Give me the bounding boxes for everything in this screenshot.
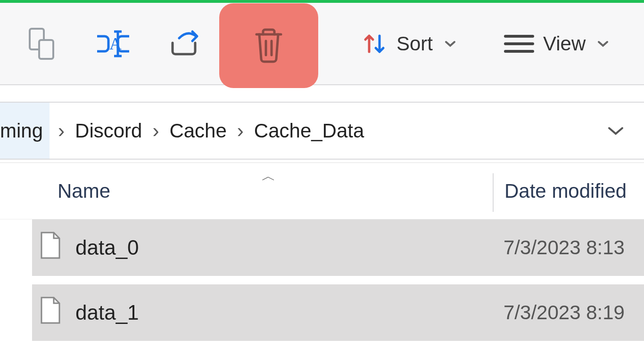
rename-button[interactable]: A [78,2,149,85]
chevron-down-icon [444,40,456,48]
view-label: View [543,32,586,55]
share-button[interactable] [149,2,219,85]
paste-button[interactable] [7,2,78,85]
svg-text:A: A [109,34,122,53]
sort-ascending-icon: ︿ [262,167,276,186]
chevron-right-icon[interactable]: › [50,120,73,142]
file-date-modified: 7/3/2023 8:13 [504,236,625,259]
file-row[interactable]: data_0 7/3/2023 8:13 [32,219,644,276]
file-row[interactable]: data_1 7/3/2023 8:19 [32,284,644,341]
file-name: data_1 [75,301,139,324]
clipboard-icon [27,27,58,61]
sort-button[interactable]: Sort [347,2,471,85]
sort-label: Sort [396,32,433,55]
file-name: data_0 [75,236,139,259]
svg-rect-1 [39,40,53,59]
column-header-date[interactable]: Date modified [504,180,627,202]
chevron-right-icon[interactable]: › [229,120,252,142]
breadcrumb-segment[interactable]: Discord [73,120,144,142]
breadcrumb-segment[interactable]: Cache_Data [252,120,366,142]
file-icon [39,231,62,265]
rename-icon: A [93,29,133,59]
trash-icon [250,25,288,66]
delete-button[interactable] [219,3,318,88]
chevron-down-icon [597,40,609,48]
breadcrumb-segment[interactable]: Cache [167,120,228,142]
view-button[interactable]: View [489,2,623,85]
view-icon [504,32,535,55]
file-date-modified: 7/3/2023 8:19 [504,301,625,324]
sort-icon [361,30,388,57]
column-header-name[interactable]: Name [58,180,110,202]
share-icon [167,29,201,59]
chevron-right-icon[interactable]: › [144,120,167,142]
address-history-dropdown[interactable] [606,103,625,159]
file-list: data_0 7/3/2023 8:13 data_1 7/3/2023 8:1… [0,219,644,341]
column-divider[interactable] [493,173,494,212]
file-icon [39,296,62,330]
breadcrumb[interactable]: ming › Discord › Cache › Cache_Data [0,102,644,160]
address-bar-container: ming › Discord › Cache › Cache_Data [0,85,644,163]
toolbar: A [0,3,644,85]
breadcrumb-segment-partial[interactable]: ming [0,103,50,159]
column-headers: Name ︿ Date modified [0,163,644,219]
